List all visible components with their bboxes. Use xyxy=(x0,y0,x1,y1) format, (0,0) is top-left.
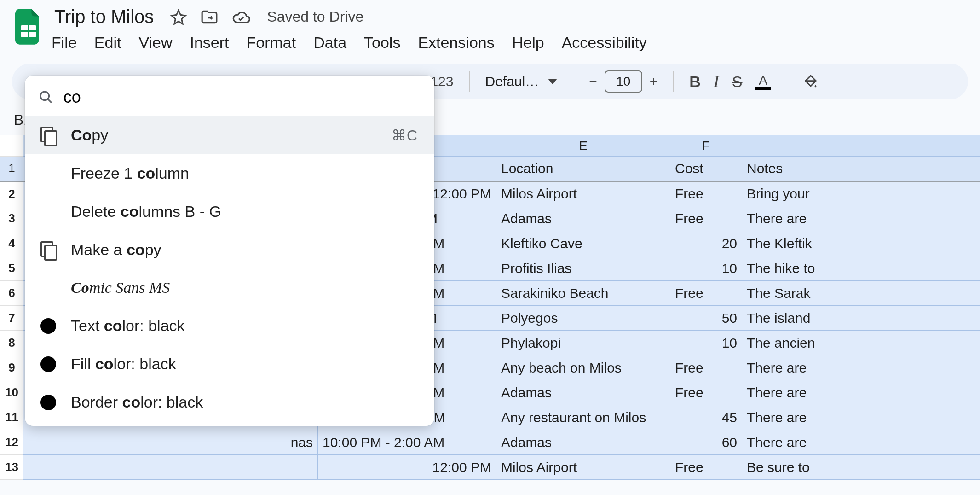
cell[interactable]: Free xyxy=(670,380,742,405)
cell[interactable]: There are xyxy=(742,430,980,455)
row-header[interactable]: 7 xyxy=(0,306,23,331)
cell[interactable]: 45 xyxy=(670,405,742,430)
row-header[interactable]: 10 xyxy=(0,380,23,405)
menu-accessibility[interactable]: Accessibility xyxy=(562,34,647,52)
cell[interactable]: Notes xyxy=(742,157,980,181)
menu-result-make-a-copy[interactable]: Make a copy xyxy=(25,231,434,269)
cell[interactable]: Milos Airport xyxy=(496,181,670,206)
menu-result-delete-columns[interactable]: Delete columns B - G xyxy=(25,192,434,231)
cell[interactable]: Milos Airport xyxy=(496,455,670,480)
fill-color-button[interactable] xyxy=(803,74,819,89)
cell[interactable]: Phylakopi xyxy=(496,331,670,355)
increase-font-size-button[interactable]: + xyxy=(650,74,658,89)
move-folder-icon[interactable] xyxy=(201,9,218,25)
cell[interactable]: Free xyxy=(670,181,742,206)
cell[interactable]: 12:00 PM xyxy=(318,455,496,480)
star-icon[interactable] xyxy=(170,9,187,25)
menu-extensions[interactable]: Extensions xyxy=(418,34,494,52)
menu-tools[interactable]: Tools xyxy=(364,34,400,52)
column-header-e[interactable]: E xyxy=(496,135,670,157)
menu-help[interactable]: Help xyxy=(512,34,544,52)
row-header[interactable]: 4 xyxy=(0,231,23,256)
cell[interactable]: Sarakiniko Beach xyxy=(496,281,670,306)
cell[interactable]: Location xyxy=(496,157,670,181)
row-header[interactable]: 3 xyxy=(0,206,23,231)
menu-edit[interactable]: Edit xyxy=(94,34,121,52)
cell[interactable]: 50 xyxy=(670,306,742,331)
cell[interactable]: Profitis Ilias xyxy=(496,256,670,281)
cell[interactable]: There are xyxy=(742,355,980,380)
cell[interactable]: The ancien xyxy=(742,331,980,355)
menu-result-text-color-black[interactable]: Text color: black xyxy=(25,307,434,345)
font-family-select[interactable]: Defaul… xyxy=(485,74,558,89)
cell[interactable] xyxy=(23,455,318,480)
menu-result-font-comic-sans[interactable]: Comic Sans MS xyxy=(25,269,434,307)
cell[interactable]: There are xyxy=(742,380,980,405)
text-color-button[interactable]: A xyxy=(755,73,771,90)
cell[interactable]: The island xyxy=(742,306,980,331)
cell[interactable]: 10 xyxy=(670,256,742,281)
strikethrough-button[interactable]: S xyxy=(732,73,743,91)
cell[interactable]: The Sarak xyxy=(742,281,980,306)
cell[interactable]: Any beach on Milos xyxy=(496,355,670,380)
row-header[interactable]: 12 xyxy=(0,430,23,455)
cell[interactable]: There are xyxy=(742,206,980,231)
cell[interactable]: Polyegos xyxy=(496,306,670,331)
row-header[interactable]: 1 xyxy=(0,157,23,181)
cell[interactable]: 60 xyxy=(670,430,742,455)
menu-result-fill-color-black[interactable]: Fill color: black xyxy=(25,345,434,383)
cell[interactable]: Free xyxy=(670,281,742,306)
row-header[interactable]: 2 xyxy=(0,181,23,206)
menu-result-freeze-column[interactable]: Freeze 1 column xyxy=(25,154,434,192)
cell[interactable]: The hike to xyxy=(742,256,980,281)
cell[interactable]: Adamas xyxy=(496,430,670,455)
row-header[interactable]: 9 xyxy=(0,355,23,380)
column-header-f[interactable]: F xyxy=(670,135,742,157)
decrease-font-size-button[interactable]: − xyxy=(589,74,597,89)
cell[interactable]: Adamas xyxy=(496,380,670,405)
search-icon xyxy=(39,89,53,105)
doc-title[interactable]: Trip to Milos xyxy=(52,6,156,27)
cell[interactable]: Any restaurant on Milos xyxy=(496,405,670,430)
shortcut-label: ⌘C xyxy=(392,127,418,144)
font-size-input[interactable]: 10 xyxy=(605,70,642,93)
select-all-corner[interactable] xyxy=(0,135,23,157)
cell[interactable]: Kleftiko Cave xyxy=(496,231,670,256)
menu-format[interactable]: Format xyxy=(247,34,296,52)
cell[interactable]: 10:00 PM - 2:00 AM xyxy=(318,430,496,455)
cell[interactable]: Free xyxy=(670,206,742,231)
cell[interactable]: 20 xyxy=(670,231,742,256)
cell[interactable]: Cost xyxy=(670,157,742,181)
row-header[interactable]: 8 xyxy=(0,331,23,355)
help-menu-search-popup: Copy ⌘C Freeze 1 column Delete columns B… xyxy=(25,76,434,426)
row-header[interactable]: 5 xyxy=(0,256,23,281)
row-header[interactable]: 13 xyxy=(0,455,23,480)
italic-button[interactable]: I xyxy=(714,72,719,91)
column-header-g[interactable] xyxy=(742,135,980,157)
cell[interactable]: Bring your xyxy=(742,181,980,206)
cell[interactable]: Adamas xyxy=(496,206,670,231)
bold-button[interactable]: B xyxy=(689,73,701,91)
color-swatch-icon xyxy=(40,395,56,410)
row-header[interactable]: 6 xyxy=(0,281,23,306)
row-header[interactable]: 11 xyxy=(0,405,23,430)
menu-result-copy[interactable]: Copy ⌘C xyxy=(25,116,434,154)
cell[interactable]: There are xyxy=(742,405,980,430)
cloud-check-icon[interactable] xyxy=(232,10,250,24)
cell[interactable]: nas xyxy=(23,430,318,455)
menu-view[interactable]: View xyxy=(138,34,172,52)
menu-data[interactable]: Data xyxy=(313,34,346,52)
svg-point-1 xyxy=(40,92,49,100)
cell[interactable]: Free xyxy=(670,355,742,380)
menu-result-border-color-black[interactable]: Border color: black xyxy=(25,383,434,421)
cell[interactable]: Be sure to xyxy=(742,455,980,480)
help-search-input[interactable] xyxy=(63,87,420,107)
menu-insert[interactable]: Insert xyxy=(190,34,229,52)
menu-file[interactable]: File xyxy=(52,34,77,52)
cell[interactable]: Free xyxy=(670,455,742,480)
cell[interactable]: The Kleftik xyxy=(742,231,980,256)
color-swatch-icon xyxy=(40,318,56,334)
cell[interactable]: 10 xyxy=(670,331,742,355)
sheets-logo[interactable] xyxy=(14,6,43,47)
copy-icon xyxy=(40,241,56,259)
